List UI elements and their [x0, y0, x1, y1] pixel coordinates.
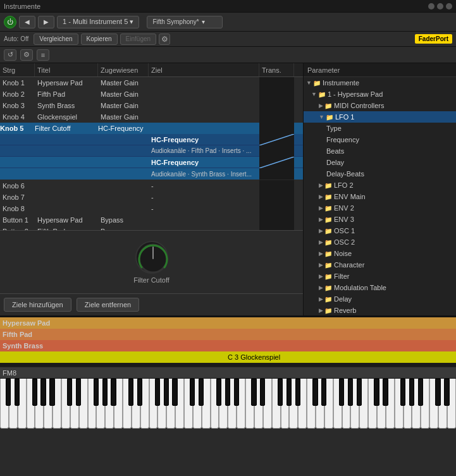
tree-item-modtable[interactable]: ▶ 📁 Modulation Table — [304, 282, 456, 293]
paste-button[interactable]: Einfügen — [120, 34, 156, 45]
ziel-entry-2[interactable]: Audiokanäle · Fifth Pad · Inserts · ... — [0, 145, 303, 157]
tree-item-lfo2[interactable]: ▶ 📁 LFO 2 — [304, 180, 456, 191]
black-key[interactable] — [49, 379, 54, 406]
table-row[interactable]: Button 2 Fifth Pad Bypass — [0, 226, 303, 230]
minimize-button[interactable] — [437, 3, 443, 9]
tree-item-noise[interactable]: ▶ 📁 Noise — [304, 248, 456, 259]
remove-targets-button[interactable]: Ziele entfernen — [77, 298, 139, 312]
black-key[interactable] — [137, 379, 142, 406]
black-key[interactable] — [40, 379, 46, 406]
tree-item-hypersaw[interactable]: ▼ 📁 1 - Hypersaw Pad — [304, 88, 456, 100]
table-row[interactable]: Knob 1 Hypersaw Pad Master Gain — [0, 77, 303, 88]
black-key[interactable] — [321, 379, 326, 406]
folder-icon: 📁 — [324, 182, 332, 189]
list-button[interactable]: ≡ — [37, 49, 49, 61]
ziel-entry-4[interactable]: Audiokanäle · Synth Brass · Insert... — [0, 168, 303, 180]
power-button[interactable]: ⏻ — [4, 16, 16, 28]
black-key[interactable] — [348, 379, 353, 406]
table-row[interactable]: Knob 6 - — [0, 180, 303, 192]
black-key[interactable] — [357, 379, 362, 406]
symphony-dropdown[interactable]: Fifth Symphony* ▾ — [147, 16, 223, 28]
black-key[interactable] — [111, 379, 116, 406]
black-key[interactable] — [260, 379, 265, 406]
tree-item-beats[interactable]: Beats — [304, 145, 456, 157]
black-key[interactable] — [15, 379, 20, 406]
cell-trans — [259, 111, 294, 123]
black-key[interactable] — [251, 379, 256, 406]
piano-keyboard[interactable] — [0, 378, 456, 429]
black-key[interactable] — [190, 379, 195, 406]
black-key[interactable] — [418, 379, 423, 406]
search-button[interactable]: ⚙ — [20, 49, 33, 61]
ziel-entry-1[interactable]: HC-Frequency — [0, 134, 303, 145]
tree-item-env3[interactable]: ▶ 📁 ENV 3 — [304, 214, 456, 225]
table-row-selected[interactable]: Knob 5 Filter Cutoff HC-Frequency HC-Fre… — [0, 123, 303, 180]
table-row[interactable]: Knob 3 Synth Brass Master Gain — [0, 100, 303, 111]
tree-item-frequency[interactable]: Frequency — [304, 134, 456, 145]
black-key[interactable] — [225, 379, 230, 406]
tree-item-delay-beats[interactable]: Delay-Beats — [304, 168, 456, 180]
compare-button[interactable]: Vergleichen — [34, 34, 78, 45]
tree-item-character[interactable]: ▶ 📁 Character — [304, 259, 456, 271]
black-key[interactable] — [102, 379, 108, 406]
black-key[interactable] — [155, 379, 160, 406]
table-row[interactable]: Knob 8 - — [0, 203, 303, 214]
black-key[interactable] — [295, 379, 300, 406]
track-hypersaw[interactable]: Hypersaw Pad — [0, 317, 456, 329]
tree-item-reverb[interactable]: ▶ 📁 Reverb — [304, 305, 456, 315]
ziel-entry-3[interactable]: HC-Frequency — [0, 157, 303, 168]
tree-item-filter[interactable]: ▶ 📁 Filter — [304, 271, 456, 282]
black-key[interactable] — [172, 379, 177, 406]
black-key[interactable] — [216, 379, 221, 406]
black-key[interactable] — [444, 379, 449, 406]
tree-item-midi[interactable]: ▶ 📁 MIDI Controllers — [304, 100, 456, 111]
tree-item-type[interactable]: Type — [304, 123, 456, 134]
expand-icon: ▶ — [319, 262, 323, 268]
gear-button[interactable]: ⚙ — [159, 34, 170, 45]
black-key[interactable] — [374, 379, 379, 406]
table-row[interactable]: Knob 2 Fifth Pad Master Gain — [0, 88, 303, 100]
black-key[interactable] — [409, 379, 414, 406]
tree-item-env-main[interactable]: ▶ 📁 ENV Main — [304, 191, 456, 202]
black-key[interactable] — [312, 379, 317, 406]
black-key[interactable] — [199, 379, 204, 406]
filter-cutoff-knob[interactable]: Filter Cutoff — [133, 241, 169, 284]
tree-item-delay2[interactable]: ▶ 📁 Delay — [304, 293, 456, 305]
black-key[interactable] — [94, 379, 99, 406]
tree-item-delay[interactable]: Delay — [304, 157, 456, 168]
black-key[interactable] — [128, 379, 133, 406]
black-key[interactable] — [383, 379, 388, 406]
tree-item-osc1[interactable]: ▶ 📁 OSC 1 — [304, 225, 456, 236]
tree-item-instrumente[interactable]: ▼ 📁 Instrumente — [304, 77, 456, 88]
pin-button[interactable] — [428, 3, 434, 9]
black-key[interactable] — [435, 379, 440, 406]
black-key[interactable] — [339, 379, 344, 406]
black-key[interactable] — [164, 379, 169, 406]
refresh-button[interactable]: ↺ — [4, 49, 16, 61]
table-row[interactable]: Button 1 Hypersaw Pad Bypass — [0, 214, 303, 226]
nav-back-button[interactable]: ◀ — [19, 16, 35, 28]
add-targets-button[interactable]: Ziele hinzufügen — [4, 298, 71, 312]
tree-item-env2[interactable]: ▶ 📁 ENV 2 — [304, 202, 456, 214]
multi-instrument-dropdown[interactable]: 1 - Multi Instrument 5 ▾ — [57, 16, 139, 28]
nav-forward-button[interactable]: ▶ — [38, 16, 54, 28]
tree-item-lfo1[interactable]: ▼ 📁 LFO 1 — [304, 111, 456, 123]
table-row[interactable]: Knob 4 Glockenspiel Master Gain — [0, 111, 303, 123]
track-glockenspiel[interactable]: C 3 Glockenspiel — [0, 351, 456, 363]
close-button[interactable] — [446, 3, 452, 9]
black-key[interactable] — [234, 379, 239, 406]
black-key[interactable] — [6, 379, 11, 406]
track-fifthpad[interactable]: Fifth Pad — [0, 329, 456, 340]
tree-label: Delay-Beats — [326, 170, 364, 178]
table-row[interactable]: Knob 7 - — [0, 192, 303, 203]
black-key[interactable] — [67, 379, 72, 406]
black-keys[interactable] — [0, 379, 456, 406]
track-synthbrass[interactable]: Synth Brass — [0, 340, 456, 351]
black-key[interactable] — [32, 379, 37, 406]
tree-item-osc2[interactable]: ▶ 📁 OSC 2 — [304, 236, 456, 248]
black-key[interactable] — [287, 379, 292, 406]
black-key[interactable] — [278, 379, 283, 406]
black-key[interactable] — [400, 379, 405, 406]
black-key[interactable] — [76, 379, 81, 406]
copy-button[interactable]: Kopieren — [81, 34, 118, 45]
